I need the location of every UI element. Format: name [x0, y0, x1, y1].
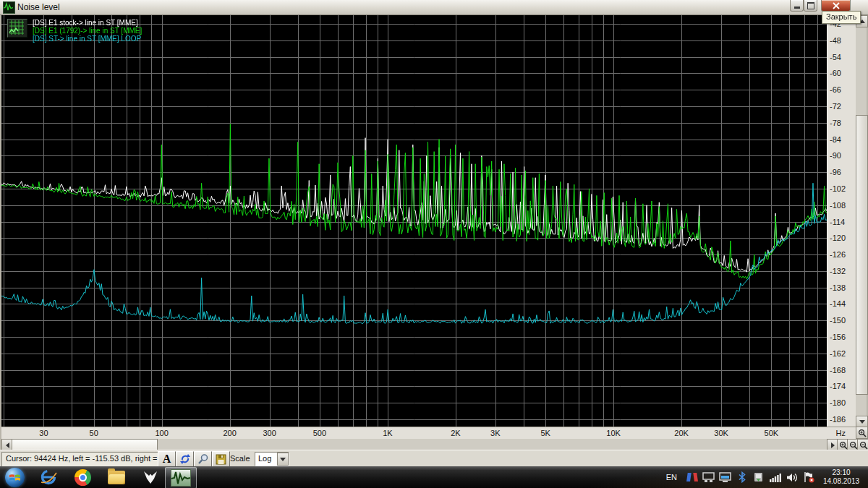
x-tick-label: 2K — [443, 429, 469, 437]
x-tick-label: 100 — [149, 429, 175, 437]
y-tick-label: -120 — [830, 234, 846, 242]
taskbar: EN — [0, 466, 868, 488]
x-tick-label: 1K — [375, 429, 401, 437]
x-tick-label: 20K — [668, 429, 694, 437]
scale-value: Log — [258, 454, 271, 463]
x-tick-label: 50K — [758, 429, 784, 437]
close-button[interactable] — [821, 0, 851, 12]
zoom-tool-button[interactable] — [194, 451, 212, 467]
x-tick-label: 10K — [600, 429, 626, 437]
zoom-in-y-button[interactable] — [856, 427, 868, 439]
status-bar: Cursor: 94424 Hz, left = -115.53 dB, rig… — [0, 450, 868, 467]
x-tick-label: 30 — [30, 429, 56, 437]
y-tick-label: -66 — [830, 85, 841, 94]
cursor-readout: Cursor: 94424 Hz, left = -115.53 dB, rig… — [1, 452, 160, 467]
y-tick-label: -138 — [830, 283, 846, 292]
x-tick-label: 500 — [307, 429, 333, 437]
tray-date: 14.08.2013 — [819, 477, 864, 486]
x-axis-freq-labels: Hz 30501002003005001K2K3K5K10K20K30K50K — [1, 427, 856, 439]
tray-time: 23:10 — [819, 468, 864, 477]
titlebar[interactable]: Noise level — [0, 0, 868, 15]
x-tick-label: 30K — [708, 429, 734, 437]
y-tick-label: -162 — [830, 349, 846, 358]
y-tick-label: -132 — [830, 267, 846, 275]
minimize-button[interactable] — [790, 0, 804, 12]
x-tick-label: 300 — [257, 429, 283, 437]
windows-flag-icon — [9, 473, 20, 482]
y-tick-label: -108 — [830, 201, 846, 210]
legend: [DS] E1 stock-> line in ST [MME][DS] E1 … — [7, 19, 142, 43]
foobar2000-icon — [142, 468, 159, 486]
close-icon — [833, 2, 840, 9]
y-tick-label: -156 — [830, 333, 846, 341]
window-title: Noise level — [17, 2, 60, 12]
remote-display-icon[interactable] — [719, 471, 731, 484]
legend-item: [DS] E1 (1792)-> line in ST [MME] — [33, 27, 142, 35]
y-tick-label: -102 — [830, 184, 846, 193]
language-indicator[interactable]: EN — [666, 473, 681, 481]
y-tick-label: -72 — [830, 102, 841, 111]
y-tick-label: -90 — [830, 151, 841, 160]
y-tick-label: -96 — [830, 168, 841, 176]
y-tick-label: -78 — [830, 119, 841, 127]
x-axis-unit: Hz — [836, 429, 846, 437]
y-tick-label: -144 — [830, 299, 846, 308]
y-tick-label: -114 — [830, 218, 845, 226]
y-axis-db-labels: -42-48-54-60-66-72-78-84-90-96-102-108-1… — [827, 15, 856, 427]
y-tick-label: -168 — [830, 366, 846, 374]
y-tick-label: -84 — [830, 135, 841, 144]
legend-item: [DS] ST-> line in ST [MME] LOOP — [33, 35, 142, 43]
taskbar-item-chrome[interactable] — [68, 466, 97, 488]
floppy-disk-icon — [216, 454, 226, 465]
start-button[interactable] — [5, 468, 25, 487]
desktop: Noise level Закрыть [DS] E1 stock-> line… — [0, 0, 868, 488]
y-tick-label: -186 — [830, 415, 846, 424]
maximize-button[interactable] — [804, 0, 817, 12]
vertical-scrollbar[interactable] — [856, 15, 867, 427]
app-waveform-icon — [3, 1, 15, 14]
dropdown-arrow-icon[interactable] — [277, 453, 289, 466]
x-tick-label: 50 — [81, 429, 107, 437]
folder-icon — [108, 471, 125, 484]
action-center-flag-icon[interactable] — [802, 471, 814, 484]
legend-item: [DS] E1 stock-> line in ST [MME] — [33, 19, 142, 27]
grid-icon[interactable] — [7, 19, 27, 38]
x-tick-label: 200 — [217, 429, 243, 437]
refresh-button[interactable] — [176, 451, 194, 467]
spectrum-plot[interactable] — [1, 15, 827, 427]
refresh-icon — [179, 453, 191, 465]
magnifier-icon — [197, 453, 209, 465]
taskbar-item-foobar2000[interactable] — [136, 466, 165, 488]
internet-explorer-icon — [39, 468, 58, 486]
x-tick-label: 5K — [532, 429, 558, 437]
punto-switcher-icon[interactable] — [686, 471, 698, 484]
scale-label: Scale — [230, 454, 250, 463]
horizontal-scrollbar[interactable] — [1, 439, 836, 450]
font-button[interactable]: A — [158, 451, 176, 467]
taskbar-item-internet-explorer[interactable] — [34, 466, 63, 488]
taskbar-item-rmaa-active[interactable] — [165, 467, 197, 488]
taskbar-item-explorer[interactable] — [102, 466, 131, 488]
save-button[interactable] — [212, 451, 230, 467]
rmaa-waveform-icon — [171, 469, 191, 487]
signal-bars-icon[interactable] — [769, 471, 781, 484]
display-icon[interactable] — [702, 471, 715, 484]
clock[interactable]: 23:10 14.08.2013 — [819, 468, 864, 486]
removable-device-icon[interactable] — [752, 471, 765, 484]
y-tick-label: -48 — [830, 36, 841, 45]
chrome-icon — [75, 469, 91, 486]
y-tick-label: -60 — [830, 69, 841, 77]
font-icon: A — [163, 453, 171, 465]
bluetooth-icon[interactable] — [736, 471, 748, 484]
close-tooltip: Закрыть — [822, 11, 861, 24]
vertical-scroll-thumb[interactable] — [856, 115, 868, 395]
y-tick-label: -126 — [830, 250, 846, 259]
y-tick-label: -180 — [830, 398, 846, 407]
volume-icon[interactable] — [786, 471, 798, 484]
y-tick-label: -54 — [830, 53, 841, 61]
system-tray: EN — [666, 466, 868, 488]
x-tick-label: 3K — [482, 429, 509, 437]
scale-select[interactable]: Log — [255, 452, 289, 466]
y-tick-label: -150 — [830, 316, 846, 325]
y-tick-label: -174 — [830, 382, 846, 390]
